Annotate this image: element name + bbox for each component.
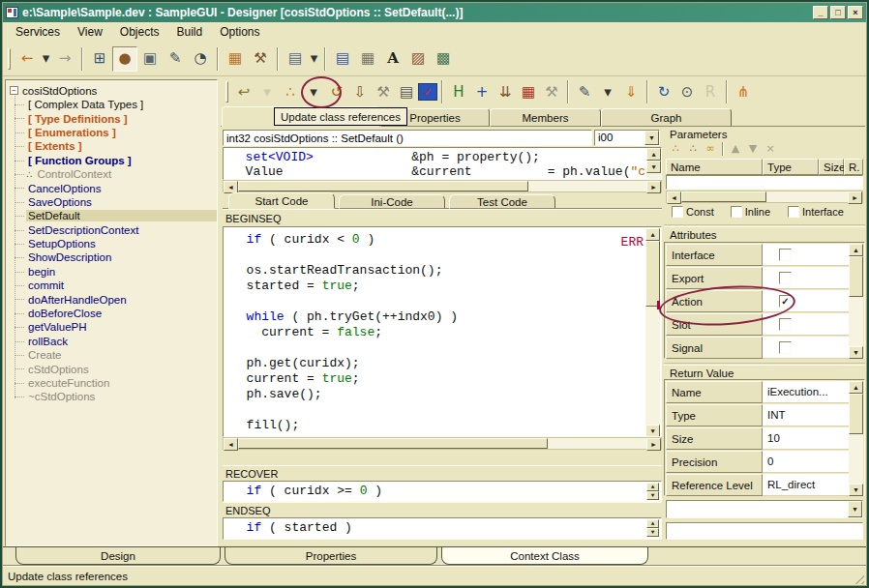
attributes-vscrollbar[interactable]: ▲ ▼ — [849, 244, 863, 359]
scrollbar-thumb[interactable] — [849, 256, 863, 297]
insert-parameter-button[interactable]: ∴ — [684, 141, 702, 157]
save-check-button[interactable]: ✓ — [418, 83, 437, 101]
scrollbar-thumb[interactable] — [238, 181, 528, 191]
tree-item-extents[interactable]: [ Extents ] — [15, 139, 217, 153]
attribute-checkbox[interactable] — [779, 318, 792, 331]
const-checkbox[interactable]: Const — [672, 206, 714, 218]
form-view-dropdown[interactable]: ▾ — [308, 46, 320, 72]
deploy-build-button[interactable]: ⇊ — [494, 80, 517, 103]
edit-object-button[interactable]: ✎ — [163, 46, 188, 72]
declarations-editor[interactable]: ▲ ▼ set<VOID> &ph = property(); Value &c… — [223, 147, 662, 180]
maximize-button[interactable]: □ — [830, 6, 846, 19]
return-value-vscrollbar[interactable]: ▲ ▼ — [849, 381, 863, 496]
build-document-button[interactable]: ▤ — [395, 80, 418, 103]
chevron-down-icon[interactable]: ▼ — [644, 131, 659, 145]
attribute-checkbox[interactable] — [779, 272, 792, 284]
back-button[interactable]: ← — [15, 46, 40, 72]
scrollbar-thumb[interactable] — [238, 438, 548, 449]
declarations-vscrollbar[interactable]: ▲ ▼ — [646, 148, 661, 179]
preview-code-button[interactable]: ⊙ — [675, 80, 699, 103]
scroll-up-icon[interactable]: ▲ — [645, 228, 660, 241]
recover-code-editor[interactable]: ▲ ▼ if ( curidx >= 0 ) — [223, 481, 662, 502]
extra-selector-combo[interactable]: ▼ — [666, 500, 863, 518]
add-build-button[interactable]: + — [470, 80, 494, 103]
scroll-down-icon[interactable]: ▼ — [646, 491, 659, 500]
tree-item-dtor-cstdoptions[interactable]: ~cStdOptions — [15, 390, 217, 403]
tree-root-cosistdoptions[interactable]: − cosiStdOptions — [10, 83, 217, 98]
tree-item-controlcontext[interactable]: ∴ ControlContext — [15, 167, 217, 181]
tab-graph[interactable]: Graph — [601, 108, 732, 127]
parameters-empty-row[interactable] — [666, 175, 863, 190]
menu-options[interactable]: Options — [211, 23, 268, 41]
class-build-button[interactable]: ⚒ — [372, 80, 395, 103]
device-button[interactable]: ▦ — [355, 46, 380, 72]
recover-vscrollbar[interactable]: ▲ ▼ — [646, 483, 660, 500]
param-col-type[interactable]: Type — [763, 159, 819, 175]
end-code-editor[interactable]: ▲ ▼ if ( started ) — [223, 517, 662, 540]
endseq-vscrollbar[interactable]: ▲ ▼ — [646, 519, 660, 537]
scrollbar-thumb[interactable] — [849, 394, 863, 434]
bottom-tab-properties[interactable]: Properties — [225, 547, 437, 565]
object-hierarchy-button[interactable]: ⊞ — [87, 46, 112, 72]
close-button[interactable]: × — [848, 6, 863, 19]
scroll-down-icon[interactable]: ▼ — [646, 161, 661, 173]
resize-grip[interactable] — [852, 572, 864, 584]
tree-item-type-definitions[interactable]: [ Type Definitions ] — [15, 111, 217, 125]
new-object-dropdown[interactable]: ▾ — [302, 80, 325, 103]
toolbar-grip[interactable] — [8, 48, 11, 70]
repository-button[interactable]: ▣ — [137, 46, 163, 72]
scroll-up-icon[interactable]: ▲ — [646, 148, 661, 161]
minimize-button[interactable]: _ — [813, 6, 828, 19]
subtab-test-code[interactable]: Test Code — [449, 194, 555, 209]
rebuild-grid-button[interactable]: ▦ — [517, 80, 540, 103]
menu-services[interactable]: Services — [7, 23, 69, 41]
delete-parameter-button[interactable]: × — [762, 141, 779, 157]
attribute-checkbox[interactable] — [779, 249, 792, 261]
back-history-dropdown[interactable]: ▾ — [40, 46, 52, 72]
open-folder-button[interactable]: ↩ — [232, 80, 255, 103]
edit-code-button[interactable]: ✎ — [573, 80, 596, 103]
sos-build-button[interactable]: ⚒ — [540, 80, 563, 103]
extra-text-field[interactable] — [666, 522, 863, 540]
parameter-up-button[interactable]: ▲ — [727, 141, 744, 157]
font-button[interactable]: A — [380, 46, 405, 72]
tree-item-showdescription[interactable]: ShowDescription — [15, 250, 217, 264]
code-vscrollbar[interactable]: ▲ ▼ — [645, 228, 660, 437]
param-col-reference[interactable]: R. — [844, 159, 863, 175]
interface-checkbox[interactable]: Interface — [788, 206, 844, 218]
subtab-ini-code[interactable]: Ini-Code — [339, 194, 445, 209]
tree-item-doafterhandleopen[interactable]: doAfterHandleOpen — [15, 292, 217, 306]
tree-item-function-groups[interactable]: [ Function Groups ] — [15, 154, 217, 167]
tree-item-begin[interactable]: begin — [15, 265, 217, 279]
tree-item-dobeforeclose[interactable]: doBeforeClose — [15, 307, 217, 320]
parameter-down-button[interactable]: ▼ — [744, 141, 762, 157]
tree-item-commit[interactable]: commit — [15, 279, 217, 292]
tree-item-setupoptions[interactable]: SetupOptions — [15, 237, 217, 250]
print-button[interactable]: ▤ — [330, 46, 355, 72]
declarations-hscrollbar[interactable]: ◄ ► — [223, 180, 662, 192]
menu-view[interactable]: View — [69, 23, 111, 41]
param-col-name[interactable]: Name — [666, 159, 763, 175]
reload-button[interactable]: ↻ — [652, 80, 675, 103]
tree-item-create[interactable]: Create — [15, 348, 217, 362]
scroll-down-icon[interactable]: ▼ — [849, 346, 863, 359]
menu-build[interactable]: Build — [168, 23, 212, 41]
scroll-down-icon[interactable]: ▼ — [849, 484, 863, 496]
tree-item-cstdoptions[interactable]: cStdOptions — [15, 362, 217, 375]
collapse-icon[interactable]: − — [10, 86, 18, 95]
class-graph-button[interactable]: ⋔ — [732, 80, 755, 103]
tree-item-enumerations[interactable]: [ Enumerations ] — [15, 126, 217, 139]
rename-references-button[interactable]: R — [699, 80, 722, 103]
forward-button[interactable]: → — [52, 46, 77, 72]
scroll-right-icon[interactable]: ► — [646, 438, 661, 451]
scroll-up-icon[interactable]: ▲ — [646, 519, 659, 528]
tree-item-setdescriptioncontext[interactable]: SetDescriptionContext — [15, 223, 217, 237]
attribute-checkbox[interactable] — [779, 341, 792, 354]
new-object-button[interactable]: ∴ — [279, 80, 302, 103]
handler-build-button[interactable]: H — [447, 80, 470, 103]
tree-item-canceloptions[interactable]: CancelOptions — [15, 181, 217, 194]
checkin-class-button[interactable]: ⇩ — [348, 80, 372, 103]
link-parameter-button[interactable]: ∞ — [702, 141, 719, 157]
history-button[interactable]: ◔ — [188, 46, 213, 72]
scroll-up-icon[interactable]: ▲ — [646, 483, 659, 491]
